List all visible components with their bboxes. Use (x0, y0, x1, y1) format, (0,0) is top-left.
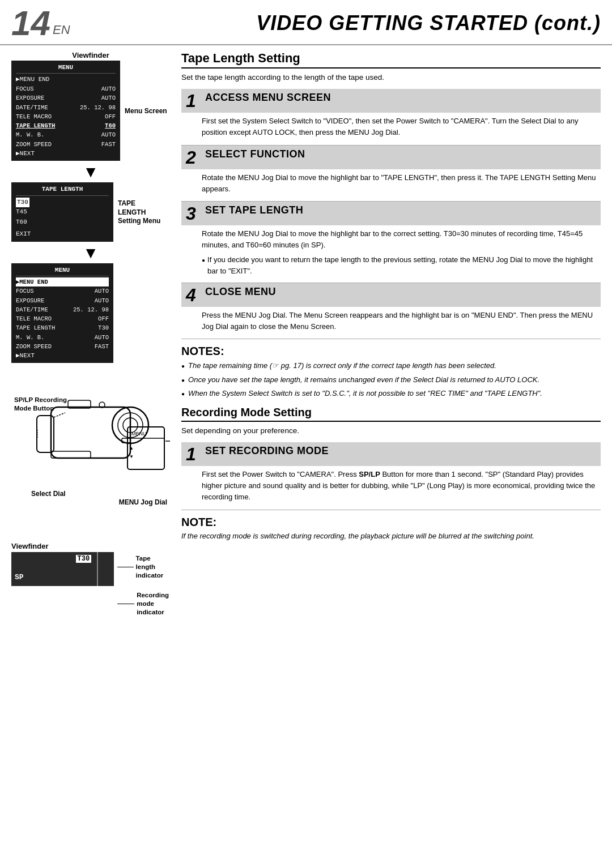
notes-header: NOTES: (181, 345, 601, 358)
step-4-desc: Press the MENU Jog Dial. The Menu Screen… (181, 307, 601, 335)
step-2-box: 2 SELECT FUNCTION (181, 146, 601, 169)
set-recording-step-desc: First set the Power Switch to "CAMERA". … (181, 466, 601, 506)
vf-line-wrapper: SP T30 Tape lengthindicator Recordingmod… (11, 552, 170, 617)
jog-dial-callout: MENU ▲ ▼ (125, 424, 170, 477)
page-number: 14 (11, 6, 50, 41)
step-3-wrap: 3 SET TAPE LENGTH Rotate the MENU Jog Di… (181, 202, 601, 283)
menu-row-exposure: EXPOSUREAUTO (16, 93, 116, 102)
menu-screen-2: MENU ▶MENU END FOCUSAUTO EXPOSUREAUTO DA… (11, 263, 113, 363)
step-4-title: CLOSE MENU (205, 286, 276, 298)
svg-line-9 (54, 413, 65, 417)
rec-mode-indicator-callout: Recordingmodeindicator (117, 591, 170, 617)
svg-text:▲: ▲ (129, 446, 134, 451)
camera-diagram: SP/LP RecordingMode Button (11, 367, 170, 537)
step-2-wrap: 2 SELECT FUNCTION Rotate the MENU Jog Di… (181, 146, 601, 202)
menu-row-tele: TELE MACROOFF (16, 112, 116, 121)
menu-row-next-2: ▶NEXT (16, 351, 109, 361)
page-header: 14 EN VIDEO GETTING STARTED (cont.) (0, 0, 612, 45)
svg-text:MENU: MENU (131, 431, 147, 437)
menu-row-datetime-2: DATE/TIME25. 12. 98 (16, 305, 109, 314)
main-content: Viewfinder MENU ▶MENU END FOCUSAUTO EXPO… (0, 45, 612, 617)
step-1-title: ACCESS MENU SCREEN (205, 92, 331, 104)
note-section: NOTE: If the recording mode is switched … (181, 516, 601, 542)
note-text: If the recording mode is switched during… (181, 531, 601, 542)
tape-length-setting-title: Tape Length Setting (181, 51, 601, 69)
menu-row-end-2: ▶MENU END (16, 277, 109, 287)
menu-title-1: MENU (16, 63, 116, 74)
select-dial-label: Select Dial (31, 490, 66, 498)
tape-length-menu: TAPE LENGTH T30 T45 T60 EXIT (11, 182, 113, 242)
tl-t45: T45 (16, 207, 109, 217)
tl-t60: T60 (16, 217, 109, 228)
set-recording-step-number: 1 (186, 445, 202, 463)
menu-row-mwb: M. W. B.AUTO (16, 130, 116, 139)
viewfinder-label-2: Viewfinder (11, 542, 170, 550)
notes-list: The tape remaining time (☞ pg. 17) is co… (181, 360, 601, 399)
right-column: Tape Length Setting Set the tape length … (176, 51, 612, 617)
menu-row-zoom: ZOOM SPEEDFAST (16, 140, 116, 149)
vf-callout-labels: Tape lengthindicator Recordingmodeindica… (117, 554, 170, 617)
tape-length-menu-label: TAPE LENGTH Setting Menu (118, 199, 163, 226)
step-2-desc: Rotate the MENU Jog Dial to move the hig… (181, 169, 601, 198)
menu-screen-1: MENU ▶MENU END FOCUSAUTO EXPOSUREAUTO DA… (11, 61, 120, 161)
viewfinder-bottom: Viewfinder SP T30 Tape lengthindicator R… (11, 542, 170, 617)
svg-rect-0 (51, 407, 130, 458)
note-1: The tape remaining time (☞ pg. 17) is co… (181, 360, 601, 371)
step-4-box: 4 CLOSE MENU (181, 283, 601, 307)
step-1-wrap: 1 ACCESS MENU SCREEN First set the Syste… (181, 89, 601, 145)
step-3-desc: Rotate the MENU Jog Dial to move the hig… (181, 225, 601, 279)
tape-length-indicator-callout: Tape lengthindicator (117, 554, 170, 580)
step-2-title: SELECT FUNCTION (205, 148, 305, 160)
jog-dial-svg: MENU ▲ ▼ (125, 424, 170, 475)
tape-length-indicator-label: Tape lengthindicator (136, 554, 170, 580)
step-4-number: 4 (186, 286, 202, 304)
menu-row-exposure-2: EXPOSUREAUTO (16, 296, 109, 305)
set-recording-step-wrap: 1 SET RECORDING MODE First set the Power… (181, 442, 601, 510)
menu-row-tele-2: TELE MACROOFF (16, 314, 109, 323)
menu-row-focus: FOCUSAUTO (16, 84, 116, 93)
vf-indicator-lines (97, 552, 114, 586)
arrow-down-1: ▼ (11, 164, 170, 180)
left-column: Viewfinder MENU ▶MENU END FOCUSAUTO EXPO… (0, 51, 176, 617)
set-recording-step-box: 1 SET RECORDING MODE (181, 442, 601, 466)
rec-mode-indicator-label: Recordingmodeindicator (137, 591, 169, 617)
step-3-number: 3 (186, 204, 202, 223)
svg-text:▼: ▼ (129, 454, 134, 459)
menu-screen-1-wrapper: MENU ▶MENU END FOCUSAUTO EXPOSUREAUTO DA… (11, 61, 170, 162)
arrow-down-2: ▼ (11, 245, 170, 261)
tape-length-title: TAPE LENGTH (16, 185, 109, 196)
menu-row-tape-length-2: TAPE LENGTHT30 (16, 323, 109, 332)
menu-jog-dial-label: MENU Jog Dial (119, 498, 167, 506)
tape-length-menu-wrapper: TAPE LENGTH T30 T45 T60 EXIT TAPE LENGTH… (11, 182, 170, 243)
vf-sp: SP (15, 573, 24, 581)
step-3-title: SET TAPE LENGTH (205, 204, 303, 216)
step-3-box: 3 SET TAPE LENGTH (181, 202, 601, 225)
recording-mode-title: Recording Mode Setting (181, 406, 601, 422)
vf-screen: SP T30 (11, 552, 114, 586)
tl-exit: EXIT (16, 229, 109, 240)
tl-t30: T30 (16, 198, 109, 208)
vf-t30: T30 (76, 555, 92, 563)
page-en-suffix: EN (53, 23, 70, 37)
notes-section: NOTES: The tape remaining time (☞ pg. 17… (181, 345, 601, 399)
page-title: VIDEO GETTING STARTED (cont.) (70, 11, 601, 35)
note-3: When the System Select Switch is set to … (181, 388, 601, 399)
note-2: Once you have set the tape length, it re… (181, 374, 601, 386)
step-1-box: 1 ACCESS MENU SCREEN (181, 89, 601, 113)
set-recording-step-title: SET RECORDING MODE (205, 445, 329, 457)
menu-row-focus-2: FOCUSAUTO (16, 287, 109, 296)
menu-row-datetime: DATE/TIME25. 12. 98 (16, 103, 116, 112)
menu-row-end-1: ▶MENU END (16, 75, 116, 84)
menu-row-next: ▶NEXT (16, 149, 116, 159)
recording-mode-intro: Set depending on your preference. (181, 425, 601, 437)
step-4-wrap: 4 CLOSE MENU Press the MENU Jog Dial. Th… (181, 283, 601, 339)
menu-title-2: MENU (16, 266, 109, 276)
menu-screen-label: Menu Screen (125, 107, 170, 116)
step-2-number: 2 (186, 148, 202, 166)
step-3-bullet: If you decide you want to return the tap… (207, 254, 601, 276)
step-1-number: 1 (186, 92, 202, 110)
step-1-desc: First set the System Select Switch to "V… (181, 113, 601, 141)
viewfinder-label-1: Viewfinder (11, 51, 170, 59)
menu-row-mwb-2: M. W. B.AUTO (16, 333, 109, 342)
menu-row-tape-length-1: TAPE LENGTHT60 (16, 121, 116, 130)
